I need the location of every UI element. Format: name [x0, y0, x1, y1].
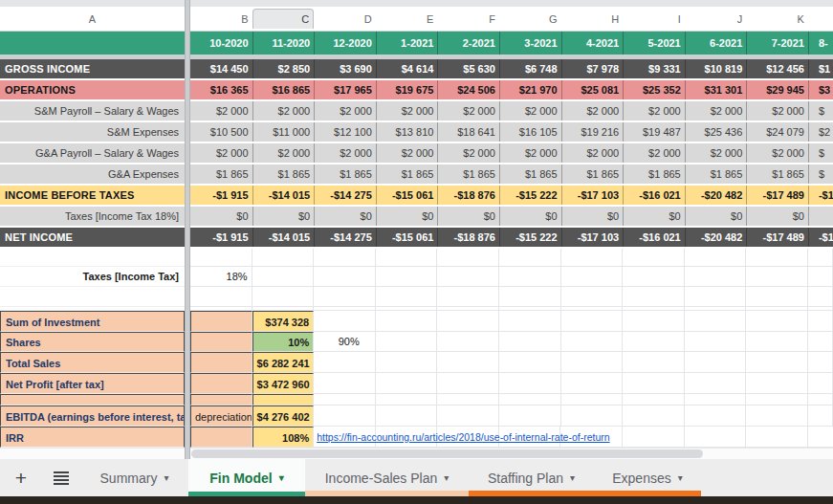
cell[interactable]: $29 945	[746, 80, 808, 99]
cell[interactable]: $16 365	[190, 80, 252, 99]
cell[interactable]	[252, 267, 315, 287]
sheet-row[interactable]: IRR108%https://fin-accounting.ru/article…	[0, 427, 833, 448]
cell[interactable]: -$14 015	[252, 186, 315, 205]
cell[interactable]: $2 000	[314, 101, 376, 121]
cell[interactable]: $18 641	[437, 122, 499, 142]
cell[interactable]: $1 865	[437, 164, 499, 184]
sheet-row[interactable]: Taxes [Income Tax 18%]$0$0$0$0$0$0$0$0$0…	[0, 207, 833, 226]
cell[interactable]: $0	[499, 207, 561, 226]
cell[interactable]	[190, 394, 252, 405]
cell[interactable]: $0	[190, 207, 252, 226]
column-header[interactable]: J	[685, 10, 747, 29]
cell[interactable]: -$17 489	[746, 228, 808, 247]
cell[interactable]: $6 748	[499, 59, 561, 78]
cell[interactable]	[561, 332, 624, 352]
sheet-row[interactable]: Shares10%90%	[0, 332, 833, 352]
cell[interactable]	[190, 249, 252, 267]
cell[interactable]: $31 301	[685, 80, 747, 99]
month-header-cell[interactable]: 4-2021	[561, 32, 624, 55]
cell[interactable]	[808, 311, 833, 332]
cell[interactable]	[746, 249, 808, 267]
column-header[interactable]: A	[0, 10, 185, 29]
cell[interactable]	[808, 352, 833, 373]
cell[interactable]	[437, 394, 499, 405]
cell[interactable]: -$20 482	[685, 228, 747, 247]
cell[interactable]	[685, 352, 747, 373]
cell[interactable]: $2 000	[252, 143, 315, 163]
cell[interactable]	[808, 267, 833, 287]
cell[interactable]: $25 352	[623, 80, 685, 99]
cell[interactable]: $2 000	[685, 143, 747, 163]
cell[interactable]	[437, 311, 499, 332]
cell[interactable]: $	[808, 143, 833, 163]
cell[interactable]: $1 865	[252, 164, 315, 184]
cell[interactable]	[623, 352, 685, 373]
cell[interactable]: -$15 222	[499, 186, 561, 205]
cell[interactable]: $2 000	[314, 143, 376, 163]
cell[interactable]: -$1 915	[190, 186, 252, 205]
tab-label[interactable]: Expenses	[612, 471, 670, 486]
column-header[interactable]: I	[623, 10, 685, 29]
cell[interactable]: $	[808, 164, 833, 184]
cell[interactable]	[746, 332, 808, 352]
cell[interactable]	[252, 249, 315, 267]
sheet-row[interactable]: S&M Expenses$10 500$11 000$12 100$13 810…	[0, 122, 833, 142]
cell[interactable]	[314, 287, 376, 307]
cell[interactable]	[0, 287, 185, 307]
cell[interactable]: $24 506	[437, 80, 499, 99]
column-header[interactable]: F	[437, 10, 499, 29]
cell[interactable]: -$17 103	[561, 186, 624, 205]
cell[interactable]: $10 500	[190, 122, 252, 142]
cell[interactable]	[685, 249, 747, 267]
cell[interactable]: -$16 021	[623, 186, 685, 205]
cell[interactable]: -$1	[808, 228, 833, 247]
cell[interactable]	[314, 405, 376, 427]
row-label[interactable]: G&A Payroll – Salary & Wages	[0, 143, 185, 163]
cell[interactable]	[437, 287, 499, 307]
cell[interactable]	[314, 249, 376, 267]
cell[interactable]: $25 081	[561, 80, 624, 99]
cell[interactable]: $1 865	[561, 164, 624, 184]
cell[interactable]: $11 000	[252, 122, 315, 142]
cell[interactable]: $2 000	[561, 143, 624, 163]
cell[interactable]: -$15 061	[376, 228, 438, 247]
chevron-down-icon[interactable]: ▾	[678, 472, 683, 483]
cell[interactable]: $2 000	[376, 143, 438, 163]
cell[interactable]: -$15 222	[499, 228, 561, 247]
sheet-row[interactable]: GROSS INCOME$14 450$2 850$3 690$4 614$5 …	[0, 59, 833, 78]
sheet-row[interactable]: NET INCOME-$1 915-$14 015-$14 275-$15 06…	[0, 228, 833, 247]
month-header-cell[interactable]: 12-2020	[314, 32, 376, 55]
cell[interactable]: $7 978	[561, 59, 624, 78]
row-label[interactable]: Taxes [Income Tax]	[0, 267, 185, 287]
cell[interactable]: $0	[685, 207, 747, 226]
cell[interactable]: -$1	[808, 186, 833, 205]
tab-color-strip[interactable]	[594, 491, 701, 496]
cell[interactable]	[808, 373, 833, 394]
row-label[interactable]: NET INCOME	[0, 228, 185, 247]
month-header-cell[interactable]: 3-2021	[499, 32, 561, 55]
cell[interactable]: $3	[808, 80, 833, 99]
cell[interactable]	[623, 287, 685, 307]
cell[interactable]: $9 331	[623, 59, 685, 78]
cell[interactable]	[376, 352, 438, 373]
cell[interactable]	[561, 352, 624, 373]
cell[interactable]	[499, 394, 561, 405]
row-label[interactable]: Sum of Investment	[0, 311, 185, 332]
cell[interactable]	[376, 311, 438, 332]
cell[interactable]	[623, 267, 685, 287]
cell[interactable]	[685, 311, 747, 332]
cell[interactable]	[376, 394, 438, 405]
cell[interactable]	[190, 352, 252, 373]
cell[interactable]	[190, 373, 252, 394]
cell[interactable]	[314, 352, 376, 373]
month-header-cell[interactable]: 7-2021	[746, 32, 808, 55]
cell[interactable]: depreciation	[190, 405, 252, 427]
cell[interactable]	[746, 394, 808, 405]
tab-summary[interactable]: Summary▾	[80, 459, 188, 496]
month-header-cell[interactable]: 2-2021	[437, 32, 499, 55]
column-header[interactable]: E	[376, 10, 438, 29]
cell[interactable]: -$18 876	[437, 186, 499, 205]
sheet-row[interactable]: Sum of Investment$374 328	[0, 311, 833, 332]
cell[interactable]: $1 865	[499, 164, 561, 184]
horizontal-scrollbar[interactable]	[0, 448, 833, 459]
